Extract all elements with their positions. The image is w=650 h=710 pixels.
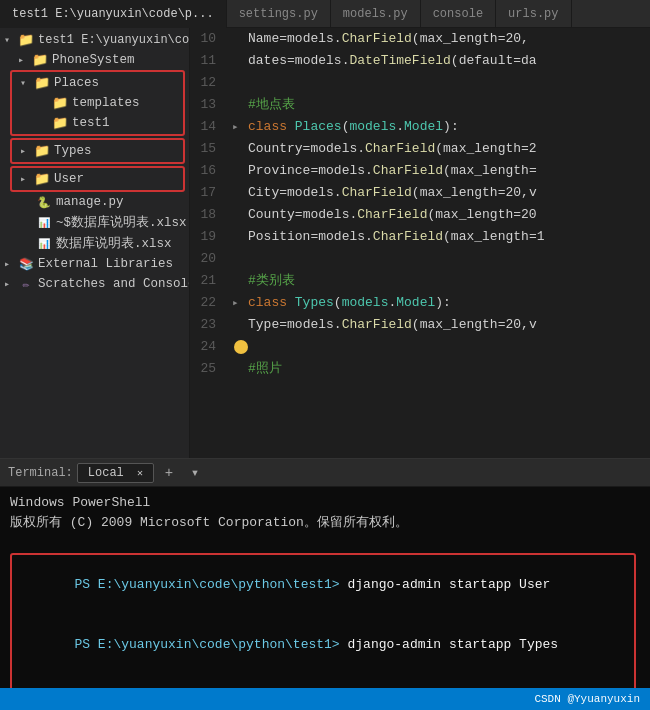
xlsx-file-icon: 📊 bbox=[36, 215, 52, 231]
code-line-22: ▸ class Types(models.Model): bbox=[232, 292, 650, 314]
arrow-icon: ▸ bbox=[20, 145, 34, 157]
sidebar-label-dollar-xlsx: ~$数据库说明表.xlsx bbox=[56, 214, 187, 231]
sidebar-item-manage-py[interactable]: 🐍 manage.py bbox=[0, 192, 189, 212]
tab-test1[interactable]: test1 E:\yuanyuxin\code\p... bbox=[0, 0, 227, 28]
arrow-icon: ▸ bbox=[18, 54, 32, 66]
sidebar-label-test1-root: test1 E:\yuanyuxin\code\p... bbox=[38, 33, 190, 47]
code-text-18: County=models.CharField(max_length=20 bbox=[248, 204, 537, 226]
sidebar-item-phonesystem[interactable]: ▸ 📁 PhoneSystem bbox=[0, 50, 189, 70]
terminal-body: Windows PowerShell 版权所有 (C) 2009 Microso… bbox=[0, 487, 650, 688]
sidebar-item-user[interactable]: ▸ 📁 User bbox=[12, 169, 183, 189]
sidebar-label-scratches: Scratches and Consoles bbox=[38, 277, 190, 291]
code-line-16: Province=models.CharField(max_length= bbox=[232, 160, 650, 182]
terminal-cmd-3: PS E:\yuanyuxin\code\python\test1> djang… bbox=[12, 675, 634, 688]
gutter-24 bbox=[232, 336, 248, 358]
folder-icon: 📁 bbox=[52, 95, 68, 111]
sidebar: ▾ 📁 test1 E:\yuanyuxin\code\p... ▸ 📁 Pho… bbox=[0, 28, 190, 458]
types-highlight-box: ▸ 📁 Types bbox=[10, 138, 185, 164]
sidebar-label-user: User bbox=[54, 172, 84, 186]
add-terminal-button[interactable]: + bbox=[158, 463, 180, 483]
code-text-10: Name=models.CharField(max_length=20, bbox=[248, 28, 529, 50]
sidebar-label-external-libs: External Libraries bbox=[38, 257, 173, 271]
folder-icon: 📁 bbox=[34, 75, 50, 91]
arrow-icon: ▸ bbox=[4, 278, 18, 290]
sidebar-item-data-xlsx[interactable]: 📊 数据库说明表.xlsx bbox=[0, 233, 189, 254]
sidebar-item-dollar-xlsx[interactable]: 📊 ~$数据库说明表.xlsx bbox=[0, 212, 189, 233]
code-lines: Name=models.CharField(max_length=20, dat… bbox=[228, 28, 650, 458]
gutter-14: ▸ bbox=[232, 116, 248, 138]
arrow-icon: ▸ bbox=[4, 258, 18, 270]
ps-cmd-1: django-admin startapp User bbox=[340, 577, 551, 592]
chevron-down-icon: ▾ bbox=[191, 464, 199, 481]
bulb-icon bbox=[234, 340, 248, 354]
code-line-10: Name=models.CharField(max_length=20, bbox=[232, 28, 650, 50]
terminal-section: Terminal: Local ✕ + ▾ Windows PowerShell… bbox=[0, 458, 650, 688]
code-line-21: #类别表 bbox=[232, 270, 650, 292]
tab-models[interactable]: models.py bbox=[331, 0, 421, 28]
code-line-12 bbox=[232, 72, 650, 94]
sidebar-label-data-xlsx: 数据库说明表.xlsx bbox=[56, 235, 172, 252]
main-area: ▾ 📁 test1 E:\yuanyuxin\code\p... ▸ 📁 Pho… bbox=[0, 28, 650, 458]
terminal-tab-local-label: Local bbox=[88, 466, 124, 480]
arrow-icon: ▾ bbox=[4, 34, 18, 46]
chevron-terminal-button[interactable]: ▾ bbox=[184, 463, 206, 483]
sidebar-item-test1-root[interactable]: ▾ 📁 test1 E:\yuanyuxin\code\p... bbox=[0, 30, 189, 50]
terminal-cmd-1: PS E:\yuanyuxin\code\python\test1> djang… bbox=[12, 555, 634, 615]
tab-urls-label: urls.py bbox=[508, 7, 558, 21]
sidebar-item-templates[interactable]: 📁 templates bbox=[12, 93, 183, 113]
code-line-25: #照片 bbox=[232, 358, 650, 380]
sidebar-label-phonesystem: PhoneSystem bbox=[52, 53, 135, 67]
code-line-18: County=models.CharField(max_length=20 bbox=[232, 204, 650, 226]
folder-icon: 📁 bbox=[34, 171, 50, 187]
scratches-icon: ✏️ bbox=[18, 276, 34, 292]
tab-settings[interactable]: settings.py bbox=[227, 0, 331, 28]
code-line-14: ▸ class Places(models.Model): bbox=[232, 116, 650, 138]
sidebar-label-test1-inner: test1 bbox=[72, 116, 110, 130]
code-text-14: class Places(models.Model): bbox=[248, 116, 459, 138]
arrow-icon: ▸ bbox=[20, 173, 34, 185]
terminal-blank bbox=[10, 533, 640, 553]
python-file-icon: 🐍 bbox=[36, 194, 52, 210]
code-text-22: class Types(models.Model): bbox=[248, 292, 451, 314]
arrow-icon: ▾ bbox=[20, 77, 34, 89]
code-line-23: Type=models.CharField(max_length=20,v bbox=[232, 314, 650, 336]
terminal-copyright: 版权所有 (C) 2009 Microsoft Corporation。保留所有… bbox=[10, 513, 640, 533]
sidebar-item-test1-inner[interactable]: 📁 test1 bbox=[12, 113, 183, 133]
code-text-16: Province=models.CharField(max_length= bbox=[248, 160, 537, 182]
sidebar-label-templates: templates bbox=[72, 96, 140, 110]
ps-prompt-2: PS E:\yuanyuxin\code\python\test1> bbox=[74, 637, 339, 652]
folder-icon: 📁 bbox=[18, 32, 34, 48]
sidebar-item-scratches[interactable]: ▸ ✏️ Scratches and Consoles bbox=[0, 274, 189, 294]
code-line-24 bbox=[232, 336, 650, 358]
external-libs-icon: 📚 bbox=[18, 256, 34, 272]
code-text-13: #地点表 bbox=[248, 94, 295, 116]
tab-test1-label: test1 E:\yuanyuxin\code\p... bbox=[12, 7, 214, 21]
code-text-21: #类别表 bbox=[248, 270, 295, 292]
code-line-15: Country=models.CharField(max_length=2 bbox=[232, 138, 650, 160]
terminal-commands-highlight: PS E:\yuanyuxin\code\python\test1> djang… bbox=[10, 553, 636, 688]
sidebar-item-places[interactable]: ▾ 📁 Places bbox=[12, 73, 183, 93]
tab-console[interactable]: console bbox=[421, 0, 496, 28]
tab-console-label: console bbox=[433, 7, 483, 21]
sidebar-item-types[interactable]: ▸ 📁 Types bbox=[12, 141, 183, 161]
tab-urls[interactable]: urls.py bbox=[496, 0, 571, 28]
line-numbers: 10 11 12 13 14 15 16 17 18 19 20 21 22 2… bbox=[190, 28, 228, 458]
plus-icon: + bbox=[165, 465, 173, 481]
sidebar-label-types: Types bbox=[54, 144, 92, 158]
code-line-17: City=models.CharField(max_length=20,v bbox=[232, 182, 650, 204]
sidebar-item-external-libs[interactable]: ▸ 📚 External Libraries bbox=[0, 254, 189, 274]
editor-area: 10 11 12 13 14 15 16 17 18 19 20 21 22 2… bbox=[190, 28, 650, 458]
close-tab-icon[interactable]: ✕ bbox=[137, 468, 143, 479]
tab-settings-label: settings.py bbox=[239, 7, 318, 21]
code-container: 10 11 12 13 14 15 16 17 18 19 20 21 22 2… bbox=[190, 28, 650, 458]
code-text-23: Type=models.CharField(max_length=20,v bbox=[248, 314, 537, 336]
terminal-tab-local[interactable]: Local ✕ bbox=[77, 463, 154, 483]
gutter-22: ▸ bbox=[232, 292, 248, 314]
code-text-25: #照片 bbox=[248, 358, 282, 380]
sidebar-label-manage-py: manage.py bbox=[56, 195, 124, 209]
code-line-13: #地点表 bbox=[232, 94, 650, 116]
ps-prompt-1: PS E:\yuanyuxin\code\python\test1> bbox=[74, 577, 339, 592]
code-line-11: dates=models.DateTimeField(default=da bbox=[232, 50, 650, 72]
code-text-15: Country=models.CharField(max_length=2 bbox=[248, 138, 537, 160]
tabs-bar: test1 E:\yuanyuxin\code\p... settings.py… bbox=[0, 0, 650, 28]
